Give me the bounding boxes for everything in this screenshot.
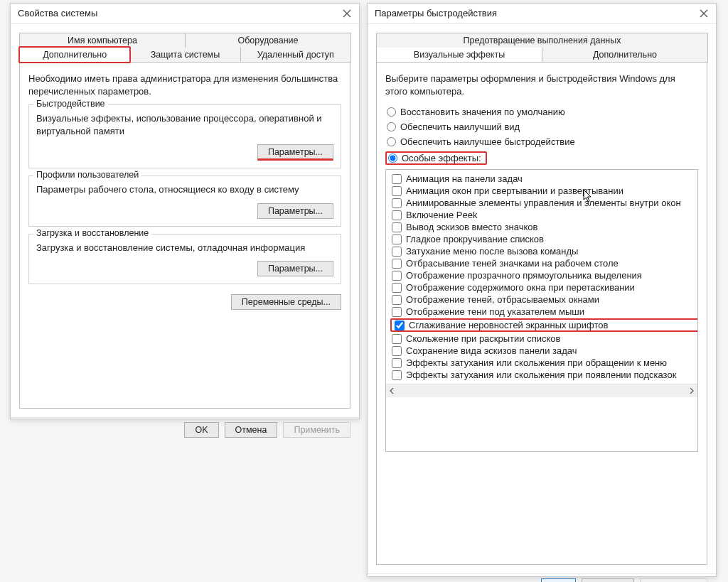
radio-best-performance-input[interactable] bbox=[387, 137, 396, 146]
visual-effect-item[interactable]: Анимированные элементы управления и элем… bbox=[390, 197, 698, 209]
system-properties-window: Свойства системы Имя компьютера Оборудов… bbox=[10, 3, 360, 419]
tab-dep[interactable]: Предотвращение выполнения данных bbox=[376, 33, 708, 48]
visual-effect-item[interactable]: Затухание меню после вызова команды bbox=[390, 245, 698, 257]
radio-best-performance-label: Обеспечить наилучшее быстродействие bbox=[400, 136, 575, 147]
visual-effect-label: Анимированные элементы управления и элем… bbox=[406, 198, 681, 208]
performance-desc: Визуальные эффекты, использование процес… bbox=[36, 112, 333, 137]
visual-effect-item[interactable]: Вывод эскизов вместо значков bbox=[390, 221, 698, 233]
visual-effect-item[interactable]: Эффекты затухания или скольжения при поя… bbox=[390, 369, 698, 381]
visual-effect-checkbox[interactable] bbox=[392, 283, 402, 293]
radio-best-appearance-label: Обеспечить наилучший вид bbox=[400, 122, 520, 132]
visual-effect-label: Скольжение при раскрытии списков bbox=[406, 333, 560, 344]
radio-custom-highlight: Особые эффекты: bbox=[385, 151, 487, 165]
visual-effect-label: Гладкое прокручивание списков bbox=[406, 234, 544, 244]
sysprops-buttons: OK Отмена Применить bbox=[11, 417, 359, 445]
radio-best-appearance-input[interactable] bbox=[387, 122, 396, 131]
close-icon[interactable] bbox=[341, 7, 353, 20]
visual-effect-checkbox[interactable] bbox=[392, 222, 402, 232]
scroll-right-icon[interactable] bbox=[685, 384, 697, 397]
performance-options-window: Параметры быстродействия Предотвращение … bbox=[367, 3, 717, 577]
performance-title: Быстродействие bbox=[33, 99, 108, 109]
visual-effect-checkbox[interactable] bbox=[392, 358, 402, 368]
environment-variables-button[interactable]: Переменные среды... bbox=[231, 294, 341, 310]
visual-effect-checkbox[interactable] bbox=[392, 271, 402, 281]
visual-effect-label: Эффекты затухания или скольжения при обр… bbox=[406, 357, 667, 368]
visual-effects-list[interactable]: Анимация на панели задачАнимация окон пр… bbox=[385, 169, 698, 452]
tab-visual-effects[interactable]: Визуальные эффекты bbox=[376, 48, 542, 63]
visual-effect-label: Анимация на панели задач bbox=[406, 173, 523, 184]
visual-effect-item[interactable]: Гладкое прокручивание списков bbox=[390, 233, 698, 245]
startup-recovery-settings-button[interactable]: Параметры... bbox=[257, 261, 333, 276]
visual-effect-checkbox[interactable] bbox=[392, 247, 402, 257]
visual-effect-checkbox[interactable] bbox=[392, 174, 402, 184]
visual-effect-label: Отображение содержимого окна при перетас… bbox=[406, 282, 635, 293]
radio-default[interactable]: Восстановить значения по умолчанию bbox=[385, 107, 698, 117]
performance-settings-button[interactable]: Параметры... bbox=[257, 144, 333, 161]
apply-button: Применить bbox=[283, 422, 350, 438]
visual-effect-item[interactable]: Отбрасывание теней значками на рабочем с… bbox=[390, 257, 698, 269]
visual-effect-checkbox[interactable] bbox=[392, 295, 402, 305]
radio-best-performance[interactable]: Обеспечить наилучшее быстродействие bbox=[385, 136, 698, 147]
radio-best-appearance[interactable]: Обеспечить наилучший вид bbox=[385, 122, 698, 132]
visual-effect-label: Сохранение вида эскизов панели задач bbox=[406, 345, 577, 356]
visual-effect-checkbox[interactable] bbox=[392, 186, 402, 196]
ok-button[interactable]: OK bbox=[541, 578, 575, 582]
performance-group: Быстродействие Визуальные эффекты, испол… bbox=[28, 104, 341, 168]
user-profiles-settings-button[interactable]: Параметры... bbox=[257, 203, 333, 219]
visual-effect-checkbox[interactable] bbox=[392, 235, 402, 244]
user-profiles-desc: Параметры рабочего стола, относящиеся ко… bbox=[36, 183, 333, 196]
startup-recovery-desc: Загрузка и восстановление системы, отлад… bbox=[36, 242, 333, 254]
visual-effect-label: Отображение прозрачного прямоугольника в… bbox=[406, 270, 642, 281]
visual-effect-item[interactable]: Сохранение вида эскизов панели задач bbox=[390, 345, 698, 357]
visual-effect-label: Отображение теней, отбрасываемых окнами bbox=[406, 294, 599, 305]
visual-effect-label: Эффекты затухания или скольжения при поя… bbox=[406, 370, 676, 380]
scroll-left-icon[interactable] bbox=[386, 384, 399, 397]
visual-effect-item[interactable]: Отображение тени под указателем мыши bbox=[390, 306, 698, 318]
visual-effect-item[interactable]: Эффекты затухания или скольжения при обр… bbox=[390, 357, 698, 369]
cancel-button[interactable]: Отмена bbox=[225, 422, 278, 438]
visual-effect-item[interactable]: Сглаживание неровностей экранных шрифтов bbox=[390, 318, 698, 332]
visual-effect-item[interactable]: Скольжение при раскрытии списков bbox=[390, 333, 698, 345]
tab-system-protection[interactable]: Защита системы bbox=[129, 48, 240, 63]
visual-effect-checkbox[interactable] bbox=[392, 198, 402, 208]
visual-effect-checkbox[interactable] bbox=[392, 346, 402, 356]
tab-hardware[interactable]: Оборудование bbox=[185, 33, 351, 48]
visual-effect-item[interactable]: Анимация на панели задач bbox=[390, 173, 698, 185]
window-title: Свойства системы bbox=[18, 4, 97, 23]
admin-note: Необходимо иметь права администратора дл… bbox=[28, 72, 341, 97]
window-title: Параметры быстродействия bbox=[375, 4, 497, 23]
visual-effect-item[interactable]: Анимация окон при свертывании и разверты… bbox=[390, 185, 698, 197]
performance-options-titlebar: Параметры быстродействия bbox=[368, 4, 716, 24]
visual-effect-item[interactable]: Отображение содержимого окна при перетас… bbox=[390, 281, 698, 293]
startup-recovery-title: Загрузка и восстановление bbox=[33, 228, 151, 238]
visual-effect-checkbox[interactable] bbox=[392, 210, 402, 220]
radio-default-input[interactable] bbox=[387, 107, 396, 117]
horizontal-scrollbar[interactable] bbox=[386, 384, 697, 397]
visual-effect-checkbox[interactable] bbox=[392, 259, 402, 269]
tab-advanced[interactable]: Дополнительно bbox=[19, 48, 130, 63]
visual-effect-label: Отображение тени под указателем мыши bbox=[406, 306, 584, 317]
visual-effect-item[interactable]: Отображение прозрачного прямоугольника в… bbox=[390, 269, 698, 281]
tab-computer-name[interactable]: Имя компьютера bbox=[19, 33, 186, 48]
visual-effect-checkbox[interactable] bbox=[392, 370, 402, 380]
visual-effect-checkbox[interactable] bbox=[392, 307, 402, 317]
radio-custom-label: Особые эффекты: bbox=[402, 153, 481, 163]
visual-effect-checkbox[interactable] bbox=[392, 334, 402, 344]
ok-button[interactable]: OK bbox=[184, 422, 218, 438]
visual-effect-item[interactable]: Включение Peek bbox=[390, 209, 698, 221]
user-profiles-title: Профили пользователей bbox=[33, 170, 141, 180]
intro-text: Выберите параметры оформления и быстроде… bbox=[385, 72, 698, 98]
apply-button: Применить bbox=[640, 578, 707, 582]
visual-effect-checkbox[interactable] bbox=[395, 320, 405, 330]
close-icon[interactable] bbox=[697, 7, 710, 20]
visual-effect-label: Включение Peek bbox=[406, 210, 477, 220]
visual-effect-label: Затухание меню после вызова команды bbox=[406, 246, 578, 257]
visual-effect-item[interactable]: Отображение теней, отбрасываемых окнами bbox=[390, 293, 698, 306]
cancel-button[interactable]: Отмена bbox=[582, 578, 635, 582]
system-properties-titlebar: Свойства системы bbox=[11, 4, 359, 24]
tab-advanced[interactable]: Дополнительно bbox=[542, 48, 708, 63]
radio-custom[interactable]: Особые эффекты: bbox=[387, 153, 481, 163]
tab-remote[interactable]: Удаленный доступ bbox=[240, 48, 351, 63]
user-profiles-group: Профили пользователей Параметры рабочего… bbox=[28, 176, 341, 227]
radio-custom-input[interactable] bbox=[388, 153, 397, 163]
